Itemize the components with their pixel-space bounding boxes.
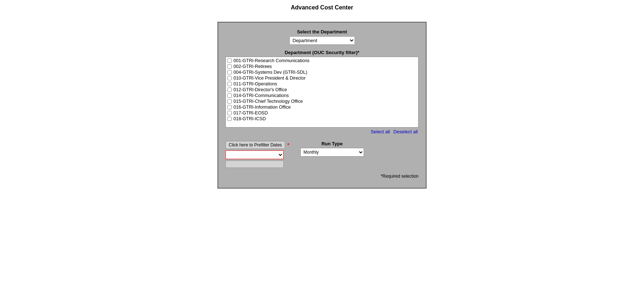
run-type-label: Run Type — [300, 141, 364, 146]
list-item: 014-GTRI-Communications — [227, 93, 417, 98]
form-panel: Select the Department Department Departm… — [217, 22, 427, 189]
list-item: 004-GTRI-Systems Dev (GTRI-SDL) — [227, 69, 417, 75]
prefilter-required-asterisk: * — [287, 142, 289, 148]
list-item: 002-GTRI-Retirees — [227, 64, 417, 69]
list-item: 016-GTRI-Information Office — [227, 104, 417, 110]
department-select[interactable]: Department — [289, 36, 355, 45]
department-label: 012-GTRI-Director's Office — [233, 87, 287, 92]
run-type-select[interactable]: MonthlyWeeklyQuarterlyAnnual — [300, 148, 364, 157]
prefilter-dropdown[interactable] — [225, 150, 284, 159]
department-label: 001-GTRI-Research Communications — [233, 58, 309, 63]
prefilter-text-input[interactable] — [225, 161, 284, 168]
list-item: 012-GTRI-Director's Office — [227, 87, 417, 93]
list-item: 017-GTRI-EOSD — [227, 110, 417, 116]
required-note: *Required selection — [225, 174, 419, 179]
page-title: Advanced Cost Center — [0, 0, 644, 18]
department-checkbox[interactable] — [227, 105, 232, 109]
department-checkbox-list: 001-GTRI-Research Communications002-GTRI… — [225, 57, 419, 128]
list-item: 015-GTRI-Chief Technology Office — [227, 98, 417, 104]
list-item: 010-GTRI-Vice President & Director — [227, 75, 417, 81]
department-label: 004-GTRI-Systems Dev (GTRI-SDL) — [233, 70, 307, 75]
department-checkbox[interactable] — [227, 82, 232, 86]
department-label: 016-GTRI-Information Office — [233, 105, 291, 110]
department-checkbox[interactable] — [227, 117, 232, 121]
department-checkbox[interactable] — [227, 70, 232, 74]
department-checkbox[interactable] — [227, 111, 232, 115]
department-checkbox[interactable] — [227, 93, 232, 98]
department-label: 014-GTRI-Communications — [233, 93, 289, 98]
department-section-label: Select the Department — [225, 29, 419, 35]
department-checkbox[interactable] — [227, 58, 232, 63]
prefilter-dates-button[interactable]: Click here to Prefilter Dates — [225, 141, 285, 149]
department-checkbox[interactable] — [227, 76, 232, 80]
select-all-link[interactable]: Select all — [371, 129, 390, 134]
department-label: 018-GTRI-ICSD — [233, 116, 266, 121]
department-label: 011-GTRI-Operations — [233, 81, 277, 86]
department-label: 015-GTRI-Chief Technology Office — [233, 99, 303, 104]
department-label: 010-GTRI-Vice President & Director — [233, 76, 305, 81]
department-label: 002-GTRI-Retirees — [233, 64, 272, 69]
ouc-filter-label: Department (OUC Security filter)* — [225, 50, 419, 55]
list-item: 011-GTRI-Operations — [227, 81, 417, 87]
department-checkbox[interactable] — [227, 99, 232, 104]
department-label: 017-GTRI-EOSD — [233, 110, 268, 116]
department-checkbox[interactable] — [227, 64, 232, 69]
list-item: 018-GTRI-ICSD — [227, 116, 417, 122]
list-item: 001-GTRI-Research Communications — [227, 58, 417, 64]
department-checkbox[interactable] — [227, 88, 232, 92]
deselect-all-link[interactable]: Deselect all — [393, 129, 418, 134]
